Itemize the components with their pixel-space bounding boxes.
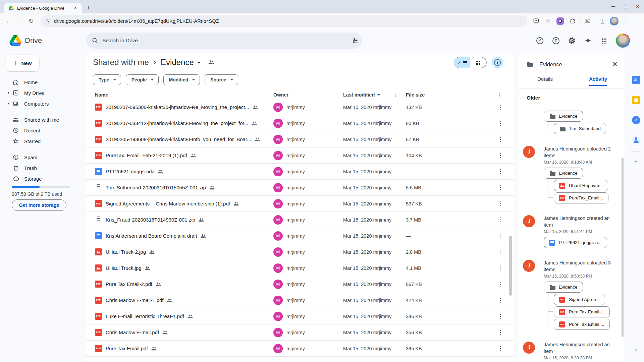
downloads-icon[interactable]: ↓ <box>598 16 607 26</box>
details-info-button[interactable]: i <box>492 57 503 68</box>
activity-item-chip[interactable]: Tim_Sutherland <box>554 123 606 134</box>
get-add-ons-icon[interactable]: + <box>634 158 638 166</box>
table-row[interactable]: PDF Signed Agreements -- Chris Marlow me… <box>86 196 514 212</box>
panel-scrollbar[interactable] <box>622 158 624 337</box>
bookmark-star-icon[interactable]: ☆ <box>543 16 553 26</box>
account-avatar[interactable] <box>616 34 630 48</box>
file-list-scrollbar[interactable] <box>509 236 512 296</box>
table-row[interactable]: Kris Anderson and Board Complaint draft … <box>86 228 514 244</box>
sidebar-item-recent[interactable]: Recent <box>0 125 86 136</box>
table-row[interactable]: PDF Chris Marlow E-mail-1.pdf M mrjimmy … <box>86 292 514 308</box>
gemini-spark-icon[interactable] <box>584 36 592 45</box>
back-button[interactable]: ← <box>3 15 14 27</box>
activity-item-chip[interactable]: PDF Signed Agree... <box>554 294 605 305</box>
search-options-icon[interactable] <box>352 37 359 44</box>
row-more-actions-icon[interactable]: ⋮ <box>496 200 504 207</box>
row-more-actions-icon[interactable]: ⋮ <box>496 152 504 159</box>
activity-item-chip[interactable]: Uhaul-Repaym... <box>554 180 608 191</box>
filter-chip-type[interactable]: Type <box>93 74 121 85</box>
row-more-actions-icon[interactable]: ⋮ <box>496 264 504 272</box>
row-more-actions-icon[interactable]: ⋮ <box>496 104 504 111</box>
google-apps-grid-icon[interactable] <box>600 36 608 45</box>
window-maximize-button[interactable] <box>624 5 627 8</box>
row-more-actions-icon[interactable]: ⋮ <box>496 248 504 255</box>
browser-menu-icon[interactable]: ⋮ <box>621 16 631 26</box>
table-more-actions-icon[interactable]: ⋮ <box>496 92 514 99</box>
grid-view-button[interactable] <box>470 57 486 68</box>
extensions-puzzle-icon[interactable] <box>568 16 577 26</box>
help-icon[interactable]: ? <box>551 36 560 45</box>
list-view-button[interactable]: ✓ <box>454 57 470 68</box>
close-icon[interactable]: ✕ <box>612 60 618 69</box>
table-row[interactable]: PDF Pure Tax Email.pdf M mrjimmy Mar 15,… <box>86 341 514 357</box>
search-input[interactable] <box>102 38 352 44</box>
folder-menu-caret-icon[interactable] <box>197 62 201 63</box>
browser-profile-avatar[interactable] <box>610 17 619 25</box>
row-more-actions-icon[interactable]: ⋮ <box>496 136 504 143</box>
column-header-name[interactable]: Name <box>95 92 273 98</box>
row-more-actions-icon[interactable]: ⋮ <box>496 232 504 239</box>
column-header-owner[interactable]: Owner <box>273 92 343 98</box>
get-more-storage-button[interactable]: Get more storage <box>12 199 66 211</box>
column-header-last-modified[interactable]: Last modified ↓ <box>343 92 406 98</box>
column-header-file-size[interactable]: File size <box>406 92 496 98</box>
settings-gear-icon[interactable] <box>568 36 576 45</box>
sort-direction-icon[interactable]: ↓ <box>394 92 396 98</box>
sidebar-item-storage[interactable]: Storage <box>0 173 86 184</box>
install-app-icon[interactable] <box>531 16 541 26</box>
filter-chip-people[interactable]: People <box>126 74 159 85</box>
activity-item-chip[interactable]: PDF Pure Tax Email.... <box>554 319 610 330</box>
hide-side-panel-icon[interactable]: › <box>628 346 644 352</box>
sidebar-item-spam[interactable]: Spam <box>0 152 86 163</box>
sidebar-item-starred[interactable]: Starred <box>0 136 86 146</box>
table-row[interactable]: PDF PureTax_Email_Feb-21-2019 (1).pdf M … <box>86 147 514 164</box>
activity-item-chip[interactable]: PDF Pure Tax Email-... <box>554 306 610 317</box>
table-row[interactable]: UHaul Truck-2.jpg M mrjimmy Mar 15, 2020… <box>86 244 514 260</box>
new-tab-button[interactable]: + <box>85 4 93 12</box>
address-bar[interactable]: drive.google.com/drive/u/0/folders/14mXf… <box>40 15 527 27</box>
extension-camera-icon[interactable] <box>555 16 565 26</box>
row-more-actions-icon[interactable]: ⋮ <box>496 313 504 320</box>
table-row[interactable]: PDF Chris Marlow E-mail.pdf M mrjimmy Ma… <box>86 324 514 341</box>
tab-close-icon[interactable]: × <box>72 5 78 11</box>
filter-chip-source[interactable]: Source <box>205 74 238 85</box>
tasks-icon[interactable]: ✓ <box>632 116 640 124</box>
browser-tab[interactable]: Evidence - Google Drive × <box>4 3 82 13</box>
activity-item-chip[interactable]: PTT26621-griggs-n... <box>544 237 607 248</box>
table-row[interactable]: Kris_Fraud-20200316T014930Z-001.zip M mr… <box>86 212 514 228</box>
breadcrumb-current-folder[interactable]: Evidence <box>161 58 194 67</box>
table-row[interactable]: Tim_Sutherland-20200316T015055Z-001.zip … <box>86 180 514 196</box>
expand-caret-icon[interactable] <box>8 102 9 105</box>
row-more-actions-icon[interactable]: ⋮ <box>496 297 504 304</box>
table-row[interactable]: PDF 20190207-033412-jhmarlow-kriskat30-M… <box>86 115 514 131</box>
side-panel-search-icon[interactable] <box>583 16 592 26</box>
filter-chip-modified[interactable]: Modified <box>163 74 200 85</box>
calendar-icon[interactable]: 31 <box>632 75 640 84</box>
table-row[interactable]: PDF 20190205-193608-jhmarlow-kriskat30-I… <box>86 131 514 147</box>
sidebar-item-shared-with-me[interactable]: Shared with me <box>0 114 86 125</box>
table-row[interactable]: PDF Luke E-mail Terroristic Threat-1.pdf… <box>86 308 514 324</box>
keep-icon[interactable] <box>632 96 640 104</box>
site-info-icon[interactable] <box>45 18 51 24</box>
window-minimize-button[interactable] <box>611 6 615 7</box>
sidebar-item-computers[interactable]: Computers <box>0 98 86 109</box>
forward-button[interactable]: → <box>14 15 25 27</box>
expand-caret-icon[interactable] <box>8 92 9 94</box>
table-row[interactable]: PDF 20190207-095300-kriskat30-jhmarlow-R… <box>86 99 514 115</box>
tab-activity[interactable]: Activity <box>572 76 625 88</box>
view-toggle[interactable]: ✓ <box>454 57 487 68</box>
table-row[interactable]: PTT26621-griggs-nda M mrjimmy Mar 15, 20… <box>86 164 514 180</box>
sidebar-item-my-drive[interactable]: My Drive <box>0 87 86 98</box>
contacts-icon[interactable] <box>632 136 640 144</box>
table-row[interactable]: PDF Pure Tax Email-2.pdf M mrjimmy Mar 1… <box>86 276 514 292</box>
offline-status-icon[interactable]: ✓ <box>535 36 544 45</box>
window-close-button[interactable]: × <box>636 5 639 8</box>
sidebar-item-trash[interactable]: Trash <box>0 163 86 173</box>
table-row[interactable]: UHaul Truck.jpg M mrjimmy Mar 15, 2020 m… <box>86 260 514 276</box>
tab-details[interactable]: Details <box>519 76 572 88</box>
row-more-actions-icon[interactable]: ⋮ <box>496 329 504 336</box>
reload-button[interactable]: ↻ <box>25 15 37 27</box>
row-more-actions-icon[interactable]: ⋮ <box>496 345 504 352</box>
search-bar[interactable] <box>86 33 362 49</box>
row-more-actions-icon[interactable]: ⋮ <box>496 184 504 191</box>
